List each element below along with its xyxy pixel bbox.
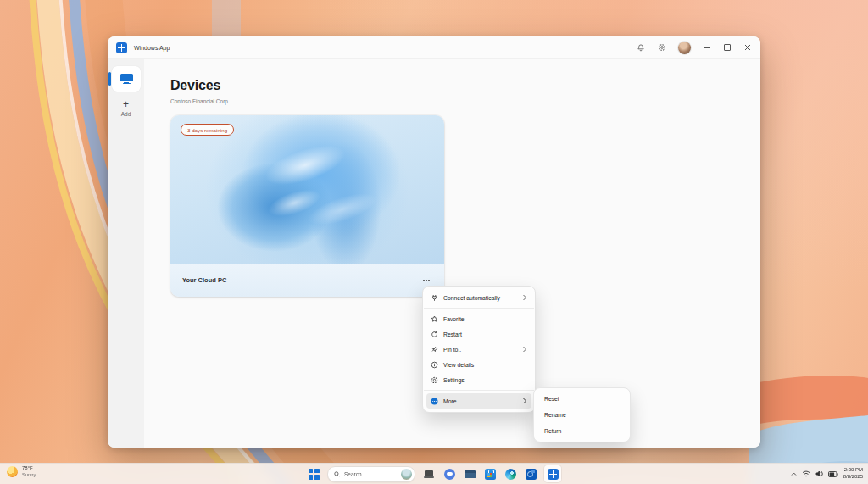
titlebar: Windows App <box>108 36 760 59</box>
menu-item-label: Connect automatically <box>443 295 500 301</box>
menu-item-restart[interactable]: Restart <box>426 326 531 342</box>
taskbar-clock[interactable]: 2:30 PM 8/8/2025 <box>843 467 863 481</box>
chevron-right-icon <box>522 294 527 301</box>
search-placeholder: Search <box>344 471 362 477</box>
menu-item-label: More <box>443 398 457 404</box>
monitor-icon <box>120 74 133 84</box>
cloud-pc-card[interactable]: 3 days remaining Your Cloud PC <box>170 115 444 297</box>
chevron-right-icon <box>522 346 527 353</box>
menu-item-pin-to[interactable]: Pin to.. <box>426 342 531 357</box>
taskbar-app-windows-app-active[interactable] <box>544 465 561 482</box>
remote-desktop-icon <box>424 470 434 479</box>
volume-icon[interactable] <box>815 470 823 477</box>
start-button[interactable] <box>307 467 320 481</box>
ellipsis-icon[interactable] <box>420 277 432 284</box>
taskbar-app-edge[interactable] <box>504 467 517 481</box>
restart-icon <box>431 331 438 338</box>
menu-item-view-details[interactable]: View details <box>426 357 531 372</box>
more-circle-icon <box>431 398 438 405</box>
taskbar-app-teams[interactable] <box>442 467 456 481</box>
menu-item-favorite[interactable]: Favorite <box>426 311 531 326</box>
submenu-item-label: Rename <box>544 412 566 418</box>
submenu-item-rename[interactable]: Rename <box>537 407 626 423</box>
menu-item-label: Favorite <box>443 316 465 322</box>
close-icon[interactable] <box>743 43 752 52</box>
cloud-pc-thumbnail: 3 days remaining <box>170 115 444 264</box>
cloud-pc-context-menu: Connect automatically Favorite Restart P… <box>422 286 536 413</box>
search-icon <box>334 471 340 477</box>
plug-icon <box>431 294 438 302</box>
bing-daily-image <box>401 469 412 480</box>
menu-item-more[interactable]: More <box>426 393 531 409</box>
add-label: Add <box>121 111 131 117</box>
settings-gear-icon <box>431 376 438 384</box>
menu-item-label: Restart <box>443 331 462 337</box>
weather-widget[interactable]: 78°F Sunny <box>7 465 36 478</box>
submenu-item-label: Reset <box>544 396 559 402</box>
star-icon <box>431 315 438 323</box>
submenu-item-return[interactable]: Return <box>537 423 626 439</box>
outlook-icon <box>526 469 537 480</box>
submenu-item-reset[interactable]: Reset <box>537 391 626 407</box>
plus-icon: + <box>123 100 129 108</box>
menu-item-label: Settings <box>443 377 465 383</box>
edge-browser-icon <box>505 469 516 480</box>
desktop: Windows App <box>0 0 868 484</box>
taskbar-app-file-explorer[interactable] <box>463 467 476 481</box>
microsoft-store-icon <box>485 469 496 480</box>
clock-time: 2:30 PM <box>844 467 863 474</box>
window-title: Windows App <box>134 45 170 51</box>
wifi-icon[interactable] <box>802 470 810 477</box>
chevron-up-icon[interactable] <box>791 472 797 476</box>
windows-app-logo-icon <box>548 469 559 480</box>
sidebar: + Add <box>108 59 144 448</box>
folder-icon <box>465 470 476 479</box>
menu-item-label: View details <box>443 362 474 368</box>
maximize-icon[interactable] <box>723 43 732 52</box>
minimize-icon[interactable] <box>703 43 711 52</box>
weather-temperature: 78°F <box>22 465 36 472</box>
taskbar: 78°F Sunny Search <box>0 463 868 484</box>
teams-chat-icon <box>444 469 455 480</box>
sidebar-item-add[interactable]: + Add <box>108 100 144 117</box>
menu-divider <box>424 390 534 391</box>
weather-condition: Sunny <box>22 472 36 478</box>
pin-icon <box>431 346 438 353</box>
user-avatar[interactable] <box>678 42 691 54</box>
search-box[interactable]: Search <box>327 466 415 482</box>
taskbar-app-remote-desktop[interactable] <box>422 467 436 481</box>
submenu-item-label: Return <box>544 428 561 434</box>
page-subtitle: Contoso Financial Corp. <box>170 98 760 104</box>
menu-divider <box>424 308 534 309</box>
taskbar-app-outlook[interactable] <box>524 467 537 481</box>
info-icon <box>431 361 438 369</box>
more-submenu: Reset Rename Return <box>533 387 631 442</box>
notifications-bell-icon[interactable] <box>636 43 645 53</box>
system-tray: 2:30 PM 8/8/2025 <box>791 464 863 484</box>
selection-indicator <box>108 72 111 86</box>
clock-date: 8/8/2025 <box>843 474 863 481</box>
windows-logo-icon <box>309 469 320 480</box>
days-remaining-badge: 3 days remaining <box>181 124 234 136</box>
windows-app-logo-icon <box>116 42 127 53</box>
page-title: Devices <box>170 78 760 93</box>
taskbar-app-store[interactable] <box>483 467 497 481</box>
sidebar-item-devices[interactable] <box>112 66 141 92</box>
battery-icon[interactable] <box>828 471 838 477</box>
settings-gear-icon[interactable] <box>657 43 666 53</box>
chevron-right-icon <box>522 398 527 404</box>
menu-item-connect-automatically[interactable]: Connect automatically <box>426 290 531 305</box>
menu-item-label: Pin to.. <box>443 347 461 353</box>
menu-item-settings[interactable]: Settings <box>426 372 531 387</box>
sun-icon <box>7 466 18 477</box>
